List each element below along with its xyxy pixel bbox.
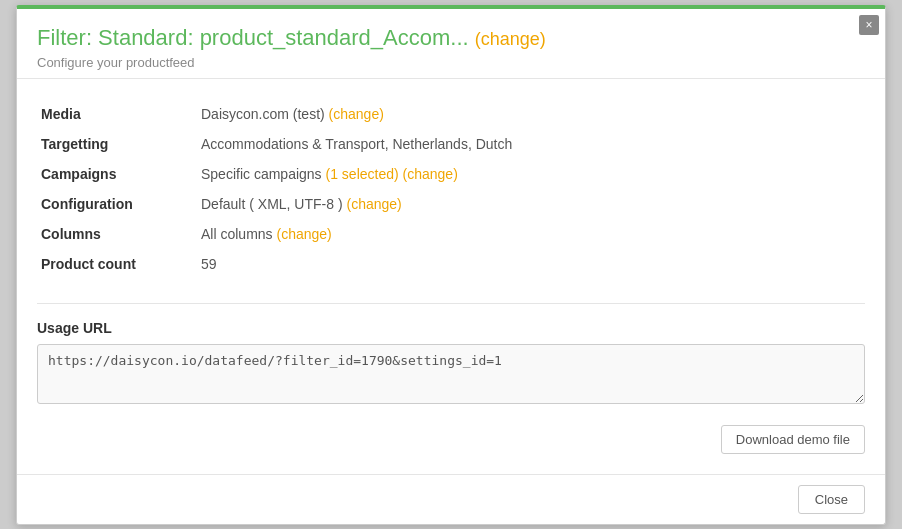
table-row: Columns All columns (change) [37,219,865,249]
usage-url-section: Usage URL https://daisycon.io/datafeed/?… [37,320,865,419]
columns-value: All columns [201,226,273,242]
row-label: Product count [37,249,197,279]
configuration-change-link[interactable]: (change) [346,196,401,212]
table-row: Targetting Accommodations & Transport, N… [37,129,865,159]
modal-x-close-button[interactable]: × [859,15,879,35]
row-label: Campaigns [37,159,197,189]
media-change-link[interactable]: (change) [329,106,384,122]
row-value: 59 [197,249,865,279]
table-row: Campaigns Specific campaigns (1 selected… [37,159,865,189]
table-row: Media Daisycon.com (test) (change) [37,99,865,129]
row-label: Media [37,99,197,129]
row-value: Accommodations & Transport, Netherlands,… [197,129,865,159]
table-row: Configuration Default ( XML, UTF-8 ) (ch… [37,189,865,219]
modal-dialog: × Filter: Standard: product_standard_Acc… [16,5,886,525]
section-divider [37,303,865,304]
columns-change-link[interactable]: (change) [276,226,331,242]
usage-url-label: Usage URL [37,320,865,336]
row-label: Targetting [37,129,197,159]
campaigns-value: Specific campaigns [201,166,326,182]
product-count-value: 59 [201,256,217,272]
close-x-icon: × [865,19,872,31]
footer-right: Close [798,485,865,514]
modal-title: Filter: Standard: product_standard_Accom… [37,25,865,51]
media-value: Daisycon.com (test) [201,106,325,122]
row-value: Default ( XML, UTF-8 ) (change) [197,189,865,219]
row-label: Columns [37,219,197,249]
targetting-value: Accommodations & Transport, Netherlands,… [201,136,512,152]
campaigns-change-link[interactable]: (change) [403,166,458,182]
usage-url-input[interactable]: https://daisycon.io/datafeed/?filter_id=… [37,344,865,404]
row-value: Specific campaigns (1 selected) (change) [197,159,865,189]
configuration-sub: ( XML, UTF-8 ) [249,196,342,212]
campaigns-highlight: (1 selected) [326,166,399,182]
configuration-value: Default [201,196,249,212]
table-row: Product count 59 [37,249,865,279]
modal-subtitle: Configure your productfeed [37,55,865,70]
page-wrapper: × Filter: Standard: product_standard_Acc… [0,0,902,529]
modal-header: Filter: Standard: product_standard_Accom… [17,9,885,79]
download-demo-button[interactable]: Download demo file [721,425,865,454]
close-button[interactable]: Close [798,485,865,514]
title-change-link[interactable]: (change) [475,29,546,49]
row-label: Configuration [37,189,197,219]
row-value: All columns (change) [197,219,865,249]
info-table: Media Daisycon.com (test) (change) Targe… [37,99,865,279]
modal-body: Media Daisycon.com (test) (change) Targe… [17,79,885,474]
modal-title-text: Filter: Standard: product_standard_Accom… [37,25,469,50]
row-value: Daisycon.com (test) (change) [197,99,865,129]
modal-footer: Close [17,474,885,524]
